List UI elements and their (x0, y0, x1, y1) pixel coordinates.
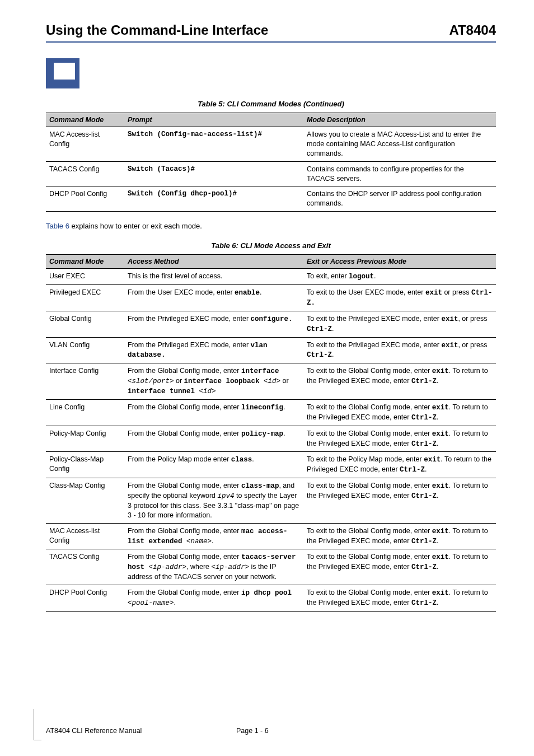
exit-cell: To exit to the Global Config mode, enter… (303, 549, 496, 585)
table6: Command Mode Access Method Exit or Acces… (46, 254, 496, 612)
mode-cell: Policy-Class-Map Config (46, 452, 124, 478)
table6-intro: Table 6 explains how to enter or exit ea… (46, 222, 496, 230)
table5-head-row: Command Mode Prompt Mode Description (46, 113, 496, 127)
desc-cell: Contains the DHCP server IP address pool… (303, 186, 496, 212)
footer-page: Page 1 - 6 (236, 727, 269, 735)
mode-cell: VLAN Config (46, 337, 124, 363)
table-row: Interface ConfigFrom the Global Config m… (46, 363, 496, 400)
table-row: VLAN ConfigFrom the Privileged EXEC mode… (46, 337, 496, 363)
mode-cell: TACACS Config (46, 549, 124, 585)
table5-head-mode: Command Mode (46, 113, 124, 127)
table-row: Line ConfigFrom the Global Config mode, … (46, 399, 496, 426)
mode-cell: MAC Access-list Config (46, 523, 124, 549)
exit-cell: To exit to the Global Config mode, enter… (303, 585, 496, 612)
mode-cell: Class-Map Config (46, 478, 124, 524)
prompt-cell: Switch (Config-mac-access-list)# (124, 127, 303, 162)
header-rule (46, 41, 496, 43)
access-cell: From the Global Config mode, enter mac a… (124, 523, 303, 549)
access-cell: From the Privileged EXEC mode, enter con… (124, 311, 303, 337)
table-row: Global ConfigFrom the Privileged EXEC mo… (46, 311, 496, 337)
access-cell: From the User EXEC mode, enter enable. (124, 285, 303, 311)
exit-cell: To exit to the Privileged EXEC mode, ent… (303, 311, 496, 337)
desc-cell: Contains commands to configure propertie… (303, 161, 496, 186)
table-row: MAC Access-list ConfigSwitch (Config-mac… (46, 127, 496, 162)
access-cell: From the Global Config mode, enter ip dh… (124, 585, 303, 612)
mode-cell: Privileged EXEC (46, 285, 124, 311)
header-model: AT8404 (449, 22, 496, 38)
access-cell: From the Policy Map mode enter class. (124, 452, 303, 478)
mode-cell: Policy-Map Config (46, 426, 124, 452)
prompt-cell: Switch (Tacacs)# (124, 161, 303, 186)
exit-cell: To exit to the Global Config mode, enter… (303, 478, 496, 524)
table5-head-desc: Mode Description (303, 113, 496, 127)
header-title: Using the Command-Line Interface (46, 22, 268, 38)
table-row: Class-Map ConfigFrom the Global Config m… (46, 478, 496, 524)
mode-cell: DHCP Pool Config (46, 585, 124, 612)
exit-cell: To exit to the Global Config mode, enter… (303, 399, 496, 426)
mode-cell: DHCP Pool Config (46, 186, 124, 212)
table6-head-mode: Command Mode (46, 255, 124, 269)
exit-cell: To exit, enter logout. (303, 269, 496, 285)
exit-cell: To exit to the Privileged EXEC mode, ent… (303, 337, 496, 363)
table-row: MAC Access-list ConfigFrom the Global Co… (46, 523, 496, 549)
exit-cell: To exit to the Global Config mode, enter… (303, 523, 496, 549)
access-cell: This is the first level of access. (124, 269, 303, 285)
access-cell: From the Global Config mode, enter linec… (124, 399, 303, 426)
mode-cell: TACACS Config (46, 161, 124, 186)
table-row: TACACS ConfigFrom the Global Config mode… (46, 549, 496, 585)
table5-caption: Table 5: CLI Command Modes (Continued) (46, 100, 496, 108)
mode-cell: Interface Config (46, 363, 124, 400)
access-cell: From the Privileged EXEC mode, enter vla… (124, 337, 303, 363)
table6-head-access: Access Method (124, 255, 303, 269)
table-row: User EXECThis is the first level of acce… (46, 269, 496, 285)
access-cell: From the Global Config mode, enter class… (124, 478, 303, 524)
mode-cell: Line Config (46, 399, 124, 426)
mode-cell: Global Config (46, 311, 124, 337)
table5: Command Mode Prompt Mode Description MAC… (46, 113, 496, 212)
table6-caption: Table 6: CLI Mode Access and Exit (46, 241, 496, 250)
table6-link[interactable]: Table 6 (46, 222, 69, 230)
page-footer: AT8404 CLI Reference Manual Page 1 - 6 (46, 727, 496, 735)
table6-intro-text: explains how to enter or exit each mode. (69, 222, 202, 230)
access-cell: From the Global Config mode, enter inter… (124, 363, 303, 400)
exit-cell: To exit to the Global Config mode, enter… (303, 363, 496, 400)
table-row: Policy-Map ConfigFrom the Global Config … (46, 426, 496, 452)
exit-cell: To exit to the Policy Map mode, enter ex… (303, 452, 496, 478)
exit-cell: To exit to the User EXEC mode, enter exi… (303, 285, 496, 311)
table-row: DHCP Pool ConfigFrom the Global Config m… (46, 585, 496, 612)
mode-cell: MAC Access-list Config (46, 127, 124, 162)
footer-manual: AT8404 CLI Reference Manual (46, 727, 236, 735)
table5-head-prompt: Prompt (124, 113, 303, 127)
prompt-cell: Switch (Config dhcp-pool)# (124, 186, 303, 212)
corner-bracket-icon (34, 709, 41, 740)
table-row: Privileged EXECFrom the User EXEC mode, … (46, 285, 496, 311)
access-cell: From the Global Config mode, enter tacac… (124, 549, 303, 585)
desc-cell: Allows you to create a MAC Access-List a… (303, 127, 496, 162)
logo-icon (46, 58, 79, 88)
exit-cell: To exit to the Global Config mode, enter… (303, 426, 496, 452)
table-row: Policy-Class-Map ConfigFrom the Policy M… (46, 452, 496, 478)
table-row: DHCP Pool ConfigSwitch (Config dhcp-pool… (46, 186, 496, 212)
page-header: Using the Command-Line Interface AT8404 (46, 22, 496, 38)
table6-head-row: Command Mode Access Method Exit or Acces… (46, 255, 496, 269)
mode-cell: User EXEC (46, 269, 124, 285)
access-cell: From the Global Config mode, enter polic… (124, 426, 303, 452)
table6-head-exit: Exit or Access Previous Mode (303, 255, 496, 269)
table-row: TACACS ConfigSwitch (Tacacs)#Contains co… (46, 161, 496, 186)
